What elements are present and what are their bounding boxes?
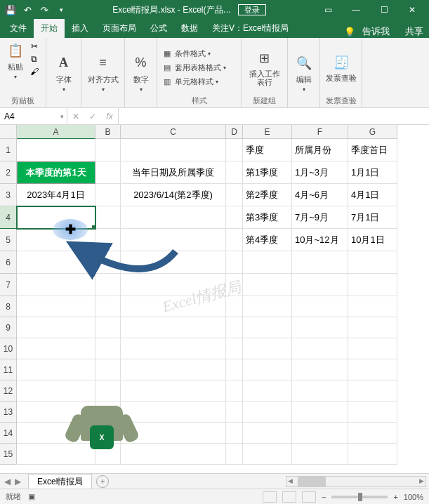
cell-b2[interactable] <box>95 161 121 184</box>
close-icon[interactable]: ✕ <box>398 0 426 20</box>
row-header-11[interactable]: 11 <box>0 359 17 380</box>
cell-b12[interactable] <box>95 380 121 402</box>
cell-a6[interactable] <box>17 251 95 274</box>
tab-attn[interactable]: 关注V：Excel情报局 <box>205 19 296 38</box>
col-header-f[interactable]: F <box>292 125 348 139</box>
cell-c15[interactable] <box>121 444 226 465</box>
cell-b1[interactable] <box>95 139 121 161</box>
cell-b11[interactable] <box>95 359 121 380</box>
row-header-8[interactable]: 8 <box>0 296 17 317</box>
cell-a1[interactable] <box>17 139 95 161</box>
cell-b7[interactable] <box>95 274 121 296</box>
row-header-5[interactable]: 5 <box>0 229 17 251</box>
table-format-button[interactable]: ▤套用表格格式▾ <box>161 61 226 74</box>
row-header-3[interactable]: 3 <box>0 184 17 206</box>
name-box[interactable]: A4 <box>0 108 67 124</box>
cell-c6[interactable] <box>121 251 226 274</box>
cell-e14[interactable] <box>243 423 292 444</box>
zoom-out-icon[interactable]: − <box>322 493 326 501</box>
cell-f8[interactable] <box>292 296 348 317</box>
cell-e4[interactable]: 第3季度 <box>243 206 292 229</box>
row-header-2[interactable]: 2 <box>0 161 17 184</box>
edit-button[interactable]: 🔍 编辑 ▾ <box>294 41 314 105</box>
scroll-thumb[interactable] <box>298 477 326 486</box>
share-button[interactable]: 共享 <box>405 25 423 38</box>
tellme-icon[interactable]: 💡 <box>344 27 355 37</box>
cell-f14[interactable] <box>292 423 348 444</box>
paste-button[interactable]: 📋 粘贴 ▾ <box>6 41 25 80</box>
undo-icon[interactable]: ↶ <box>20 2 35 18</box>
zoom-thumb[interactable] <box>358 493 362 501</box>
select-all-corner[interactable] <box>0 125 17 139</box>
cell-f13[interactable] <box>292 402 348 423</box>
tab-home[interactable]: 开始 <box>34 19 65 38</box>
enter-fx-icon[interactable]: ✓ <box>84 112 101 121</box>
cell-f4[interactable]: 7月~9月 <box>292 206 348 229</box>
cell-c8[interactable] <box>121 296 226 317</box>
cell-e11[interactable] <box>243 359 292 380</box>
cell-g1[interactable]: 季度首日 <box>348 139 397 161</box>
cell-g2[interactable]: 1月1日 <box>348 161 397 184</box>
cell-e13[interactable] <box>243 402 292 423</box>
cell-b4[interactable] <box>95 206 121 229</box>
cell-f6[interactable] <box>292 251 348 274</box>
cell-b10[interactable] <box>95 338 121 359</box>
conditional-format-button[interactable]: ▦条件格式▾ <box>161 47 211 60</box>
cell-e6[interactable] <box>243 251 292 274</box>
zoom-value[interactable]: 100% <box>404 493 423 501</box>
cell-c10[interactable] <box>121 338 226 359</box>
col-header-c[interactable]: C <box>121 125 226 139</box>
cell-e2[interactable]: 第1季度 <box>243 161 292 184</box>
cell-c9[interactable] <box>121 317 226 338</box>
maximize-icon[interactable]: ☐ <box>370 0 398 20</box>
sheet-tab[interactable]: Excel情报局 <box>28 474 92 489</box>
cell-g3[interactable]: 4月1日 <box>348 184 397 206</box>
cell-b8[interactable] <box>95 296 121 317</box>
save-icon[interactable]: 💾 <box>3 2 18 18</box>
tellme-text[interactable]: 告诉我 <box>362 25 390 38</box>
cell-f2[interactable]: 1月~3月 <box>292 161 348 184</box>
cell-c7[interactable] <box>121 274 226 296</box>
sheet-nav-prev-icon[interactable]: ◀ <box>4 477 11 486</box>
view-pagelayout-icon[interactable] <box>282 491 296 503</box>
col-header-b[interactable]: B <box>95 125 121 139</box>
cancel-fx-icon[interactable]: ✕ <box>67 112 84 121</box>
minimize-icon[interactable]: — <box>342 0 370 20</box>
cell-b3[interactable] <box>95 184 121 206</box>
cell-d6[interactable] <box>226 251 243 274</box>
cell-a2[interactable]: 本季度的第1天 <box>17 161 95 184</box>
worksheet-grid[interactable]: ABCDEFG 123456789101112131415 季度所属月份季度首日… <box>0 125 429 469</box>
cell-d2[interactable] <box>226 161 243 184</box>
cell-c1[interactable] <box>121 139 226 161</box>
cell-g11[interactable] <box>348 359 397 380</box>
cell-f10[interactable] <box>292 338 348 359</box>
cell-b6[interactable] <box>95 251 121 274</box>
font-button[interactable]: A 字体 ▾ <box>54 41 74 105</box>
cell-f12[interactable] <box>292 380 348 402</box>
cell-a7[interactable] <box>17 274 95 296</box>
row-header-7[interactable]: 7 <box>0 274 17 296</box>
cell-e10[interactable] <box>243 338 292 359</box>
view-normal-icon[interactable] <box>263 491 277 503</box>
add-sheet-button[interactable]: + <box>96 475 109 488</box>
row-header-10[interactable]: 10 <box>0 338 17 359</box>
cell-d7[interactable] <box>226 274 243 296</box>
cell-g13[interactable] <box>348 402 397 423</box>
formula-input[interactable] <box>119 108 429 124</box>
cut-icon[interactable]: ✂ <box>28 41 41 52</box>
row-header-4[interactable]: 4 <box>0 206 17 229</box>
redo-icon[interactable]: ↷ <box>37 2 52 18</box>
cell-d4[interactable] <box>226 206 243 229</box>
row-header-9[interactable]: 9 <box>0 317 17 338</box>
col-header-d[interactable]: D <box>226 125 243 139</box>
zoom-slider[interactable] <box>331 496 388 498</box>
cell-c13[interactable] <box>121 402 226 423</box>
cell-e3[interactable]: 第2季度 <box>243 184 292 206</box>
align-button[interactable]: ≡ 对齐方式 ▾ <box>88 41 119 105</box>
cell-e5[interactable]: 第4季度 <box>243 229 292 251</box>
cell-g7[interactable] <box>348 274 397 296</box>
cell-d13[interactable] <box>226 402 243 423</box>
cell-d1[interactable] <box>226 139 243 161</box>
cell-d8[interactable] <box>226 296 243 317</box>
copy-icon[interactable]: ⧉ <box>28 53 41 65</box>
